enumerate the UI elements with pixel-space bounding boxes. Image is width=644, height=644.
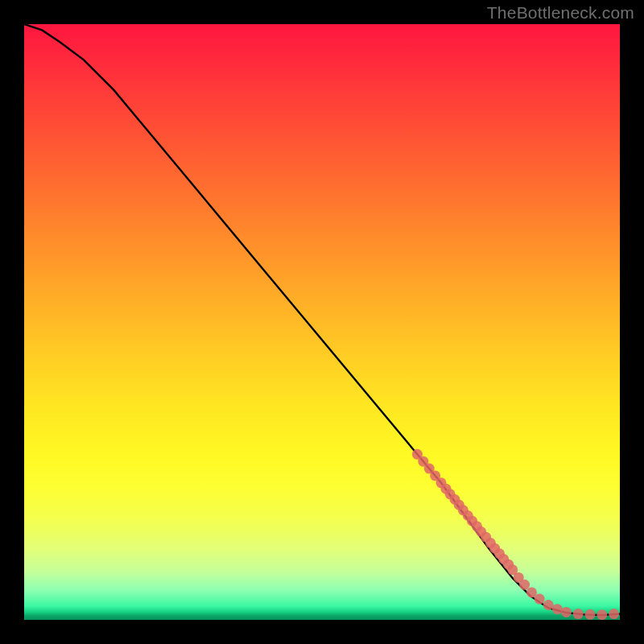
attribution-text: TheBottleneck.com	[487, 3, 634, 23]
data-marker	[535, 594, 545, 605]
data-markers	[412, 449, 619, 620]
plot-area	[24, 24, 620, 620]
chart-svg	[24, 24, 620, 620]
data-marker	[543, 600, 554, 610]
chart-stage: TheBottleneck.com	[0, 0, 644, 644]
data-marker	[597, 609, 607, 620]
data-marker	[561, 607, 572, 617]
data-marker	[552, 604, 563, 614]
bottleneck-curve	[24, 24, 620, 615]
data-marker	[609, 609, 619, 619]
data-marker	[519, 580, 530, 590]
data-marker	[585, 609, 596, 620]
data-marker	[573, 609, 584, 619]
